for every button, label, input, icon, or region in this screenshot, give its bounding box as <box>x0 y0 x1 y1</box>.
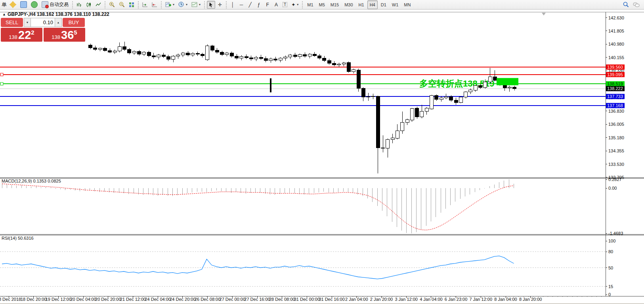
time-axis-label: 31 Dec 00:00 <box>294 297 320 302</box>
market-watch-button[interactable] <box>19 1 29 9</box>
buy-price-button[interactable]: 138 36 5 <box>44 28 85 42</box>
text-tool-button[interactable]: A <box>272 1 280 9</box>
sell-button[interactable]: SELL <box>1 18 23 27</box>
candle <box>396 131 399 138</box>
candle <box>333 63 336 65</box>
time-axis-label: 28 Dec 08:00 <box>269 297 295 302</box>
candle <box>166 57 170 60</box>
hline-tool-button[interactable]: ─ <box>237 1 245 9</box>
candle <box>513 87 516 89</box>
line-price-label: 139.560 <box>607 65 623 69</box>
zoom-out-button[interactable] <box>117 1 126 9</box>
crosshair-icon: ✛ <box>218 2 222 8</box>
candle <box>327 60 331 63</box>
time-axis-label: 26 Dec 08:00 <box>195 297 220 302</box>
time-axis-label: 27 Dec 00:00 <box>220 297 245 302</box>
candle <box>464 92 468 97</box>
candle <box>98 48 102 50</box>
new-order-button[interactable] <box>8 1 18 9</box>
candle <box>449 96 453 100</box>
candle <box>293 55 297 57</box>
trendline-tool-button[interactable]: ╱ <box>246 1 254 9</box>
bar-chart-button[interactable] <box>75 1 84 9</box>
vline-tool-button[interactable]: │ <box>229 1 237 9</box>
candle <box>249 58 253 59</box>
channel-tool-button[interactable]: F <box>264 1 271 9</box>
rsi-axis-label: 80 <box>608 249 613 254</box>
candle <box>508 87 511 88</box>
candle <box>435 96 438 99</box>
candle <box>186 53 190 55</box>
tile-windows-button[interactable] <box>127 1 136 9</box>
chat-button[interactable] <box>631 1 641 9</box>
autotrading-button[interactable]: 自动交易 <box>40 1 70 9</box>
line-price-label: 139.095 <box>607 72 623 77</box>
collapse-panel-icon[interactable]: ▲ <box>2 12 6 16</box>
timeframe-m5[interactable]: M5 <box>317 0 327 9</box>
chart-canvas[interactable]: 18 Dec 201818 Dec 20:0019 Dec 12:0020 De… <box>0 0 644 304</box>
highlight-box[interactable] <box>497 78 518 85</box>
candle <box>308 54 311 56</box>
candle <box>420 112 424 117</box>
price-axis-label: 133.530 <box>608 162 624 167</box>
candle <box>181 53 185 55</box>
line-chart-button[interactable] <box>94 1 103 9</box>
label-tool-button[interactable]: T <box>281 1 289 9</box>
toolbar-separator <box>204 1 205 8</box>
navigator-button[interactable] <box>29 1 39 9</box>
chat-icon <box>633 2 640 8</box>
candle <box>220 52 224 54</box>
timeframe-mn[interactable]: MN <box>401 0 413 9</box>
candle <box>347 62 350 72</box>
menu-fragment[interactable]: 单 <box>2 1 7 8</box>
line-drag-handle[interactable] <box>0 73 3 76</box>
time-axis-label: 27 Dec 16:00 <box>244 297 270 302</box>
timeframe-m30[interactable]: M30 <box>342 0 355 9</box>
time-axis-label: 19 Dec 12:00 <box>46 297 71 302</box>
toolbar-separator <box>161 1 162 8</box>
volume-down-button[interactable]: ▼ <box>24 18 31 27</box>
candle <box>142 52 146 54</box>
timeframe-h4[interactable]: H4 <box>367 0 378 9</box>
volume-input[interactable] <box>31 18 55 27</box>
shapes-tool-button[interactable]: ✦ ▾ <box>290 1 300 9</box>
time-axis-label: 20 Dec 20:00 <box>95 297 121 302</box>
crosshair-tool-button[interactable]: ✛ <box>216 1 224 9</box>
volume-stepper: ▼ ▲ <box>24 18 62 27</box>
timeframe-m15[interactable]: M15 <box>328 0 341 9</box>
toolbar-separator <box>105 1 105 8</box>
line-drag-handle[interactable] <box>0 83 3 85</box>
price-axis-label: 135.180 <box>608 135 624 140</box>
sell-pips: 22 <box>18 30 31 41</box>
buy-button[interactable]: BUY <box>63 18 85 27</box>
cursor-tool-button[interactable] <box>207 1 215 9</box>
toolbar-separator <box>302 1 303 8</box>
auto-scroll-button[interactable] <box>141 1 149 9</box>
candle <box>483 82 487 88</box>
zoom-in-button[interactable] <box>107 1 117 9</box>
candlestick-button[interactable] <box>84 1 93 9</box>
candle <box>274 59 277 60</box>
toolbar-right-group <box>621 1 642 9</box>
chart-shift-button[interactable] <box>150 1 159 9</box>
sell-price-button[interactable]: 138 22 2 <box>1 28 42 42</box>
buy-pips: 36 <box>61 30 74 41</box>
candle <box>196 53 199 54</box>
timeframe-h1[interactable]: H1 <box>356 0 367 9</box>
periods-button[interactable]: ▾ <box>177 1 189 9</box>
timeframe-d1[interactable]: D1 <box>378 0 389 9</box>
candle <box>206 46 209 60</box>
timeframe-w1[interactable]: W1 <box>390 0 401 9</box>
candle <box>235 56 239 58</box>
bar-chart-icon <box>76 2 82 8</box>
candle <box>225 53 229 55</box>
candle <box>254 57 258 59</box>
channel-icon: F <box>266 2 269 8</box>
indicators-button[interactable]: ▾ <box>164 1 176 9</box>
search-button[interactable] <box>621 1 631 9</box>
templates-button[interactable]: ▾ <box>190 1 202 9</box>
volume-up-button[interactable]: ▲ <box>55 18 62 27</box>
timeframe-m1[interactable]: M1 <box>305 0 315 9</box>
line-price-label: 137.168 <box>607 103 623 108</box>
fibonacci-tool-button[interactable]: ƒ <box>255 1 263 9</box>
